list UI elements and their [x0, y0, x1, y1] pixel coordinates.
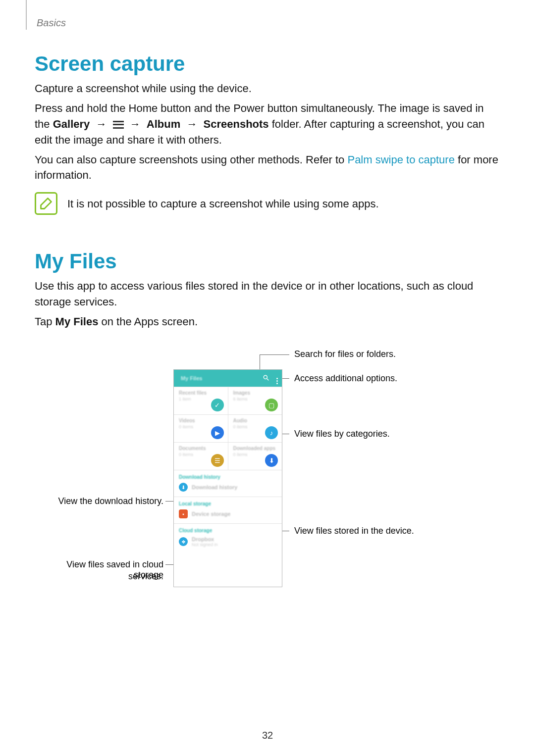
app-title: My Files	[178, 375, 256, 381]
category-cell[interactable]: Audio 0 items ♪	[228, 414, 282, 442]
category-grid: Recent files 1 item ✓ Images 6 items ▢ V…	[174, 387, 282, 470]
callout-cloud-b: services.	[128, 571, 163, 582]
category-cell[interactable]: Videos 0 items ▶	[174, 414, 228, 442]
screenshots-bold: Screenshots	[204, 118, 269, 130]
callout-more: Access additional options.	[294, 373, 397, 384]
header-rule	[26, 0, 27, 30]
section-header: Cloud storage	[179, 528, 277, 533]
arrow-icon: →	[93, 118, 109, 130]
callout-search: Search for files or folders.	[294, 349, 396, 359]
svg-point-0	[264, 375, 267, 379]
lead-line	[282, 434, 289, 434]
search-icon[interactable]	[263, 374, 269, 383]
item-label: Device storage	[192, 511, 230, 517]
category-label: Images	[233, 390, 278, 396]
more-icon[interactable]	[276, 373, 278, 384]
document-icon: ☰	[211, 454, 224, 467]
album-bold: Album	[147, 118, 180, 130]
screencap-howto: Press and hold the Home button and the P…	[35, 101, 500, 148]
item-sub: Not signed in	[192, 542, 218, 547]
category-cell[interactable]: Images 6 items ▢	[228, 387, 282, 414]
category-label: Downloaded apps	[233, 446, 278, 451]
category-cell[interactable]: Downloaded apps 0 items ⬇	[228, 442, 282, 470]
arrow-icon: →	[183, 118, 200, 130]
download-history-section: Download history ⬇ Download history	[174, 470, 282, 497]
lead-line	[260, 354, 260, 369]
category-label: Videos	[179, 418, 224, 423]
callout-device: View files stored in the device.	[294, 526, 414, 536]
note-icon	[35, 192, 57, 215]
category-label: Documents	[179, 446, 224, 451]
cloud-storage-item[interactable]: ❖ Dropbox Not signed in	[179, 536, 277, 547]
music-icon: ♪	[265, 426, 278, 439]
breadcrumb: Basics	[37, 17, 66, 29]
text: You can also capture screenshots using o…	[35, 153, 347, 166]
lead-line	[260, 354, 289, 355]
menu-icon	[113, 121, 124, 129]
callout-download: View the download history.	[58, 496, 163, 506]
note-text: It is not possible to capture a screensh…	[67, 192, 379, 212]
page-number: 32	[0, 730, 535, 741]
screencap-other: You can also capture screenshots using o…	[35, 152, 500, 184]
category-label: Recent files	[179, 390, 224, 396]
image-icon: ▢	[265, 399, 278, 411]
app-titlebar: My Files	[174, 370, 282, 387]
section-header: Download history	[179, 474, 277, 480]
category-cell[interactable]: Documents 0 items ☰	[174, 442, 228, 470]
cloud-storage-section: Cloud storage ❖ Dropbox Not signed in	[174, 524, 282, 552]
screencap-intro: Capture a screenshot while using the dev…	[35, 81, 500, 97]
phone-mock: My Files Recent files 1 item ✓	[173, 369, 282, 587]
palm-swipe-link[interactable]: Palm swipe to capture	[347, 153, 454, 166]
text: on the Apps screen.	[102, 315, 198, 328]
myfiles-tap: Tap My Files on the Apps screen.	[35, 314, 500, 330]
clock-icon: ✓	[211, 399, 224, 411]
heading-my-files: My Files	[35, 250, 500, 273]
category-cell[interactable]: Recent files 1 item ✓	[174, 387, 228, 414]
arrow-icon: →	[127, 118, 144, 130]
myfiles-bold: My Files	[55, 315, 99, 328]
myfiles-intro: Use this app to access various files sto…	[35, 278, 500, 310]
device-storage-item[interactable]: ▪ Device storage	[179, 509, 277, 518]
callout-categories: View files by categories.	[294, 429, 390, 439]
download-icon: ⬇	[265, 454, 278, 467]
note-block: It is not possible to capture a screensh…	[35, 192, 500, 215]
item-label: Dropbox	[192, 536, 218, 542]
local-storage-section: Local storage ▪ Device storage	[174, 497, 282, 524]
myfiles-diagram: Search for files or folders. Access addi…	[35, 345, 500, 602]
category-label: Audio	[233, 418, 278, 423]
gallery-bold: Gallery	[53, 118, 90, 130]
device-icon: ▪	[179, 509, 188, 518]
item-label: Download history	[192, 484, 237, 490]
text: Tap	[35, 315, 55, 328]
video-icon: ▶	[211, 426, 224, 439]
cloud-icon: ❖	[179, 537, 188, 546]
section-header: Local storage	[179, 501, 277, 506]
download-history-item[interactable]: ⬇ Download history	[179, 483, 277, 492]
heading-screen-capture: Screen capture	[35, 52, 500, 76]
download-icon: ⬇	[179, 483, 188, 492]
svg-line-1	[267, 378, 269, 380]
